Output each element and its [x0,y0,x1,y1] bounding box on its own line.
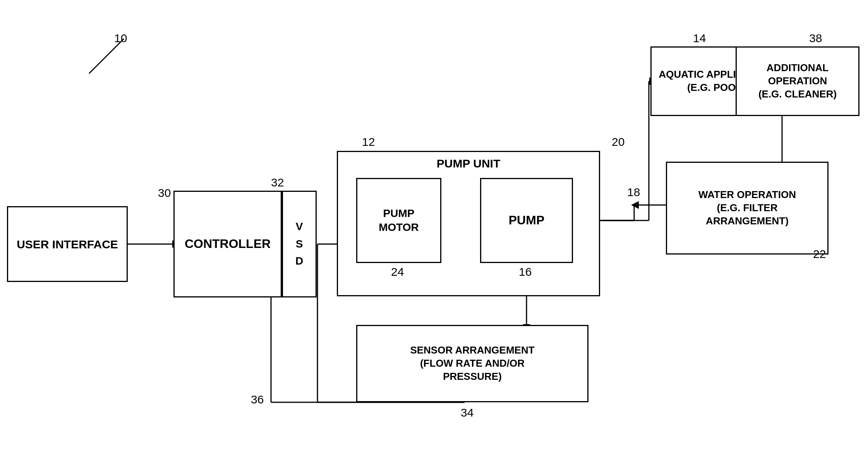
ref-20: 20 [612,135,624,149]
water-operation-box: WATER OPERATION(E.G. FILTERARRANGEMENT) [666,162,829,255]
ref-14: 14 [693,32,706,45]
ref-12: 12 [362,135,375,149]
vsd-box: VSD [282,191,317,297]
ref-18: 18 [627,186,640,199]
ref-16: 16 [519,265,532,278]
ref-38: 38 [809,32,822,45]
pump-box: PUMP [480,178,573,263]
diagram-container: USER INTERFACE CONTROLLER VSD PUMP UNIT … [0,0,868,463]
user-interface-box: USER INTERFACE [7,206,128,282]
svg-marker-17 [631,201,639,209]
controller-box: CONTROLLER [173,191,282,297]
ref-36: 36 [251,393,264,406]
ref-30: 30 [158,186,171,200]
ref-22: 22 [813,248,826,261]
ref-24: 24 [391,265,404,278]
ref-10: 10 [114,32,127,45]
additional-operation-box: ADDITIONAL OPERATION(E.G. CLEANER) [736,46,859,116]
ref-32: 32 [271,176,284,189]
pump-motor-box: PUMPMOTOR [356,178,441,263]
ref-34: 34 [461,406,473,419]
sensor-arrangement-box: SENSOR ARRANGEMENT(FLOW RATE AND/ORPRESS… [356,325,588,402]
